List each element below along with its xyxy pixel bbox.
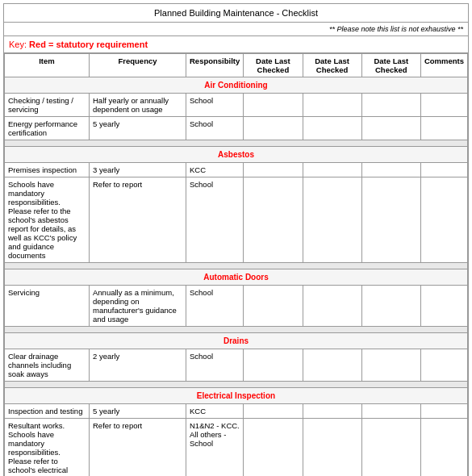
spacer-row <box>5 327 468 333</box>
cell-frequency: 2 yearly <box>90 349 186 382</box>
cell-dlc1 <box>244 404 303 419</box>
cell-item: Premises inspection <box>5 163 90 177</box>
cell-dlc1 <box>244 286 303 327</box>
cell-item: Inspection and testing <box>5 404 90 419</box>
cell-dlc2 <box>303 117 361 140</box>
cell-dlc3 <box>361 177 420 263</box>
cell-dlc2 <box>303 349 361 382</box>
section-title-0: Air Conditioning <box>5 77 468 94</box>
section-header-3: Drains <box>5 333 468 349</box>
cell-frequency: Annually as a minimum, depending on manu… <box>90 286 186 327</box>
spacer-row <box>5 140 468 147</box>
cell-frequency: Refer to report <box>90 177 186 263</box>
cell-frequency: 5 yearly <box>90 404 186 419</box>
spacer-row <box>5 263 468 269</box>
cell-comments <box>420 349 467 382</box>
col-dlc1: Date Last Checked <box>244 54 303 77</box>
table-row: Premises inspection3 yearlyKCC <box>5 163 468 177</box>
cell-dlc1 <box>244 94 303 117</box>
cell-dlc3 <box>361 286 420 327</box>
note-row: ** Please note this list is not exhausti… <box>4 23 468 36</box>
table-row: Energy performance certification5 yearly… <box>5 117 468 140</box>
cell-comments <box>420 117 467 140</box>
table-row: Inspection and testing5 yearlyKCC <box>5 404 468 419</box>
main-table: Item Frequency Responsibilty Date Last C… <box>4 53 468 476</box>
cell-frequency: Refer to report <box>90 419 186 477</box>
col-responsibility: Responsibilty <box>186 54 244 77</box>
cell-frequency: 5 yearly <box>90 117 186 140</box>
table-header-row: Item Frequency Responsibilty Date Last C… <box>5 54 468 77</box>
section-header-0: Air Conditioning <box>5 77 468 94</box>
page-title: Planned Building Maintenance - Checklist <box>4 4 468 23</box>
cell-responsibility: School <box>186 286 244 327</box>
key-row: Key: Red = statutory requirement <box>4 36 468 53</box>
cell-responsibility: KCC <box>186 404 244 419</box>
cell-dlc3 <box>361 419 420 477</box>
cell-frequency: 3 yearly <box>90 163 186 177</box>
cell-responsibility: School <box>186 94 244 117</box>
checklist-container: Planned Building Maintenance - Checklist… <box>3 3 469 476</box>
col-comments: Comments <box>420 54 467 77</box>
cell-dlc1 <box>244 163 303 177</box>
cell-comments <box>420 163 467 177</box>
table-row: Resultant works. Schools have mandatory … <box>5 419 468 477</box>
cell-comments <box>420 404 467 419</box>
cell-comments <box>420 94 467 117</box>
cell-responsibility: School <box>186 117 244 140</box>
cell-dlc3 <box>361 94 420 117</box>
cell-responsibility: School <box>186 177 244 263</box>
cell-dlc2 <box>303 404 361 419</box>
cell-item: Energy performance certification <box>5 117 90 140</box>
table-row: ServicingAnnually as a minimum, dependin… <box>5 286 468 327</box>
cell-comments <box>420 286 467 327</box>
cell-dlc3 <box>361 163 420 177</box>
section-title-4: Electrical Inspection <box>5 388 468 404</box>
cell-responsibility: School <box>186 349 244 382</box>
col-dlc2: Date Last Checked <box>303 54 361 77</box>
cell-item: Resultant works. Schools have mandatory … <box>5 419 90 477</box>
cell-item: Clear drainage channels including soak a… <box>5 349 90 382</box>
section-title-1: Asbestos <box>5 147 468 163</box>
title-text: Planned Building Maintenance - Checklist <box>154 8 318 18</box>
cell-dlc1 <box>244 349 303 382</box>
table-row: Clear drainage channels including soak a… <box>5 349 468 382</box>
section-title-3: Drains <box>5 333 468 349</box>
cell-dlc2 <box>303 163 361 177</box>
table-body: Air ConditioningChecking / testing / ser… <box>5 77 468 477</box>
cell-item: Servicing <box>5 286 90 327</box>
cell-dlc2 <box>303 419 361 477</box>
cell-responsibility: KCC <box>186 163 244 177</box>
section-header-4: Electrical Inspection <box>5 388 468 404</box>
col-frequency: Frequency <box>90 54 186 77</box>
table-row: Checking / testing / servicingHalf yearl… <box>5 94 468 117</box>
cell-dlc2 <box>303 286 361 327</box>
cell-dlc3 <box>361 404 420 419</box>
cell-comments <box>420 177 467 263</box>
col-item: Item <box>5 54 90 77</box>
cell-comments <box>420 419 467 477</box>
cell-frequency: Half yearly or annually dependent on usa… <box>90 94 186 117</box>
note-text: ** Please note this list is not exhausti… <box>329 25 463 33</box>
table-row: Schools have mandatory responsibilities.… <box>5 177 468 263</box>
cell-responsibility: N1&N2 - KCC. All others - School <box>186 419 244 477</box>
col-dlc3: Date Last Checked <box>361 54 420 77</box>
cell-dlc1 <box>244 419 303 477</box>
cell-dlc2 <box>303 177 361 263</box>
section-header-2: Automatic Doors <box>5 269 468 286</box>
cell-dlc3 <box>361 117 420 140</box>
cell-item: Schools have mandatory responsibilities.… <box>5 177 90 263</box>
section-title-2: Automatic Doors <box>5 269 468 286</box>
cell-dlc1 <box>244 117 303 140</box>
section-header-1: Asbestos <box>5 147 468 163</box>
cell-dlc3 <box>361 349 420 382</box>
cell-item: Checking / testing / servicing <box>5 94 90 117</box>
cell-dlc1 <box>244 177 303 263</box>
spacer-row <box>5 382 468 388</box>
cell-dlc2 <box>303 94 361 117</box>
